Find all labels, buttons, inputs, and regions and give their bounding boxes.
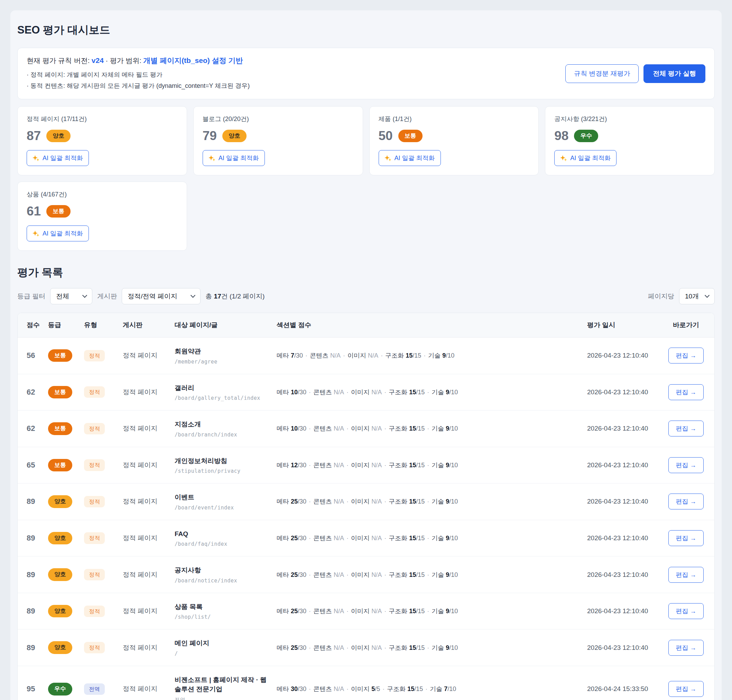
edit-button[interactable]: 편집 →	[668, 421, 703, 437]
evaluation-table-body: 56 보통 정적 정적 페이지 회원약관 /member/agree 메타 7/…	[18, 338, 714, 700]
edit-button[interactable]: 편집 →	[668, 640, 703, 656]
summary-card-score-row: 87 양호	[26, 129, 178, 143]
table-row: 89 양호 정적 정적 페이지 공지사항 /board/notice/index…	[18, 556, 714, 593]
type-badge: 전역	[84, 684, 105, 695]
row-score: 89	[18, 629, 44, 666]
summary-card: 블로그 (20/20건) 79 양호 AI 일괄 최적화	[193, 106, 363, 175]
summary-card-title: 정적 페이지 (17/11건)	[26, 115, 178, 123]
ai-bulk-optimize-button[interactable]: AI 일괄 최적화	[26, 150, 89, 166]
row-page-path: /board/notice/index	[175, 578, 268, 584]
section-max: /15	[416, 571, 425, 578]
section-value: 12	[291, 462, 298, 469]
section-separator: ·	[384, 462, 386, 469]
row-page-title: 메인 페이지	[175, 638, 268, 648]
section-max: /30	[294, 352, 303, 359]
section-separator: ·	[425, 685, 428, 693]
board-filter-select[interactable]: 정적/전역 페이지	[122, 288, 201, 304]
edit-button[interactable]: 편집 →	[668, 384, 703, 400]
edit-button[interactable]: 편집 →	[668, 457, 703, 473]
section-separator: ·	[343, 352, 345, 359]
section-value: 9	[446, 498, 449, 505]
row-score: 89	[18, 593, 44, 629]
edit-button[interactable]: 편집 →	[668, 530, 703, 546]
edit-button[interactable]: 편집 →	[668, 348, 703, 363]
section-value: 9	[442, 352, 446, 359]
grade-filter-select[interactable]: 전체	[50, 288, 92, 304]
edit-button[interactable]: 편집 →	[668, 681, 703, 697]
section-separator: ·	[381, 352, 383, 359]
section-label: 구조화	[387, 685, 407, 693]
edit-button[interactable]: 편집 →	[668, 567, 703, 583]
section-max: N/A	[368, 352, 378, 359]
section-max: N/A	[334, 608, 344, 615]
row-score: 62	[18, 410, 44, 447]
type-badge: 정적	[84, 642, 105, 653]
grade-badge: 보통	[398, 130, 423, 142]
section-label: 기술	[428, 352, 442, 359]
row-board: 정적 페이지	[119, 666, 171, 700]
section-value: 15	[409, 462, 416, 469]
section-label: 구조화	[385, 352, 406, 359]
row-board: 정적 페이지	[119, 556, 171, 593]
sparkles-icon	[32, 154, 40, 162]
section-separator: ·	[309, 389, 311, 396]
type-badge: 정적	[84, 532, 105, 544]
section-separator: ·	[347, 425, 348, 432]
arrow-right-icon: →	[690, 462, 697, 469]
summary-card-score: 79	[203, 129, 217, 143]
summary-card-score: 61	[26, 204, 41, 219]
filter-row: 등급 필터 전체 게시판 정적/전역 페이지 총 17건 (1/2 페이지) 페…	[17, 288, 715, 304]
run-all-evaluation-button[interactable]: 전체 평가 실행	[644, 64, 706, 83]
edit-button[interactable]: 편집 →	[668, 603, 703, 619]
arrow-right-icon: →	[690, 685, 697, 693]
section-max: /15	[416, 425, 425, 432]
ai-bulk-optimize-button[interactable]: AI 일괄 최적화	[203, 150, 265, 166]
summary-card: 공지사항 (3/221건) 98 우수 AI 일괄 최적화	[545, 106, 715, 175]
section-value: 25	[291, 644, 298, 651]
section-label: 이미지	[351, 608, 371, 615]
sparkles-icon	[560, 154, 567, 162]
per-page-select[interactable]: 10개	[679, 288, 715, 304]
section-label: 구조화	[389, 389, 409, 396]
arrow-right-icon: →	[690, 498, 697, 505]
edit-button[interactable]: 편집 →	[668, 494, 703, 509]
ai-bulk-optimize-button[interactable]: AI 일괄 최적화	[379, 150, 441, 166]
row-page-path: /board/faq/index	[175, 541, 268, 547]
row-section-scores: 메타 25/30·콘텐츠 N/A·이미지 N/A·구조화 15/15·기술 9/…	[272, 593, 583, 629]
ai-bulk-optimize-label: AI 일괄 최적화	[394, 154, 435, 162]
section-max: N/A	[371, 644, 382, 651]
ai-bulk-optimize-button[interactable]: AI 일괄 최적화	[554, 150, 616, 166]
evaluation-table-header: 점수 등급 유형 게시판 대상 페이지/글 섹션별 점수 평가 일시 바로가기	[18, 313, 714, 338]
summary-card-score: 50	[379, 129, 393, 143]
section-max: /10	[449, 462, 458, 469]
section-max: /30	[298, 462, 306, 469]
per-page-control: 페이지당 10개	[648, 288, 715, 304]
section-max: N/A	[330, 352, 341, 359]
section-label: 콘텐츠	[313, 498, 334, 505]
section-max: /15	[416, 608, 425, 615]
grade-badge: 보통	[48, 459, 72, 471]
column-header-sections: 섹션별 점수	[272, 313, 583, 338]
section-max: N/A	[334, 571, 344, 578]
section-value: 15	[409, 498, 416, 505]
summary-card-score-row: 61 보통	[26, 204, 178, 219]
rules-version-label: 현재 평가 규칙 버전:	[26, 57, 92, 64]
reevaluate-changes-button[interactable]: 규칙 변경분 재평가	[565, 64, 639, 83]
row-section-scores: 메타 30/30·콘텐츠 N/A·이미지 5/5·구조화 15/15·기술 7/…	[272, 666, 583, 700]
summary-card-score-row: 79 양호	[203, 129, 354, 143]
section-value: 15	[406, 352, 413, 359]
dashboard-panel: SEO 평가 대시보드 현재 평가 규칙 버전: v24 · 평가 범위: 개별…	[10, 10, 722, 700]
grade-badge: 양호	[48, 568, 72, 581]
rules-info-box: 현재 평가 규칙 버전: v24 · 평가 범위: 개별 페이지(tb_seo)…	[17, 48, 715, 99]
row-board: 정적 페이지	[119, 410, 171, 447]
section-value: 9	[446, 389, 449, 396]
row-score: 89	[18, 520, 44, 556]
section-value: 9	[446, 425, 449, 432]
section-max: /10	[447, 685, 456, 693]
row-board: 정적 페이지	[119, 484, 171, 520]
ai-bulk-optimize-button[interactable]: AI 일괄 최적화	[26, 225, 89, 241]
type-badge: 정적	[84, 496, 105, 507]
section-separator: ·	[347, 571, 348, 578]
rules-scope-label: 평가 범위:	[110, 57, 144, 64]
total-count-text: 총 17건 (1/2 페이지)	[206, 292, 265, 301]
